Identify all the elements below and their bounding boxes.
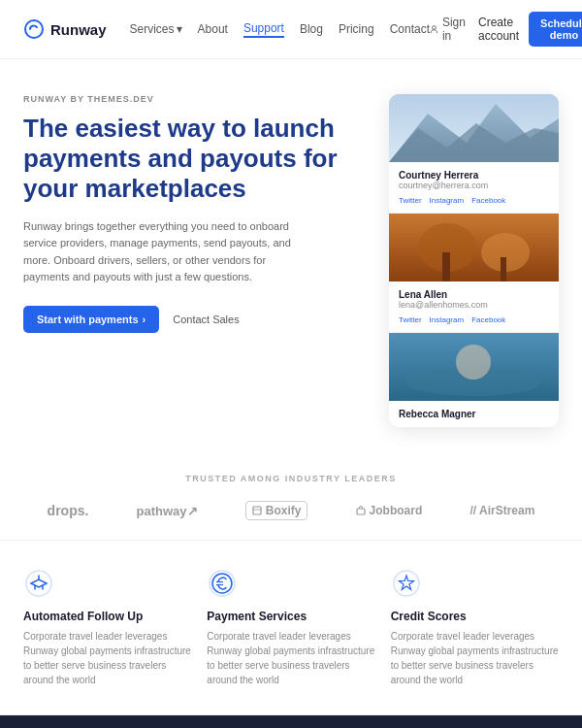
nav-link-support[interactable]: Support <box>243 21 284 38</box>
feature-3-title: Credit Scores <box>391 610 559 623</box>
hero-description: Runway brings together everything you ne… <box>23 218 295 286</box>
profile-2-socials: Twitter Instagram Facebook <box>399 315 549 324</box>
navigation: Runway Services ▾ About Support Blog Pri… <box>0 0 582 59</box>
sign-in-link[interactable]: Sign in <box>430 16 469 43</box>
contact-sales-link[interactable]: Contact Sales <box>173 314 239 325</box>
logo-jobboard: Jobboard <box>356 504 423 517</box>
svg-rect-9 <box>501 257 506 281</box>
svg-point-1 <box>433 26 436 30</box>
svg-point-12 <box>456 345 491 380</box>
star-icon <box>391 568 422 599</box>
autumn-illustration <box>389 214 559 281</box>
trusted-section: TRUSTED AMONG INDUSTRY LEADERS drops. pa… <box>0 447 582 540</box>
profile-2-email: lena@allenhomes.com <box>399 300 549 310</box>
nav-link-contact[interactable]: Contact <box>390 22 430 36</box>
profile-2-image <box>389 214 559 281</box>
schedule-demo-button[interactable]: Schedule demo <box>529 12 582 47</box>
logo-text: Runway <box>50 21 107 38</box>
svg-point-21 <box>212 574 232 593</box>
user-icon <box>430 23 438 35</box>
features-section: Automated Follow Up Corporate travel lea… <box>0 540 582 715</box>
logo-boxify: Boxify <box>245 501 308 520</box>
create-account-link[interactable]: Create account <box>478 16 519 43</box>
facebook-link-1[interactable]: Facebook <box>471 196 505 205</box>
chevron-down-icon: ▾ <box>177 22 182 36</box>
svg-point-20 <box>210 571 235 596</box>
feature-1-desc: Corporate travel leader leverages Runway… <box>23 629 191 687</box>
logo-pathway: pathway↗ <box>137 504 198 518</box>
feature-1-title: Automated Follow Up <box>23 610 191 623</box>
svg-rect-15 <box>357 509 365 514</box>
profile-cards: Courtney Herrera courtney@herrera.com Tw… <box>389 94 559 427</box>
profile-3-image <box>389 333 559 401</box>
box-icon <box>252 506 262 515</box>
hero-title: The easiest way to launch payments and p… <box>23 114 370 205</box>
hero-section: RUNWAY BY THEMES.DEV The easiest way to … <box>0 59 582 447</box>
nav-link-services[interactable]: Services ▾ <box>130 22 182 36</box>
instagram-link-1[interactable]: Instagram <box>430 196 465 205</box>
hero-eyebrow: RUNWAY BY THEMES.DEV <box>23 94 370 104</box>
svg-rect-8 <box>442 252 450 281</box>
profile-1-socials: Twitter Instagram Facebook <box>399 196 549 205</box>
arrow-icon: › <box>143 314 146 325</box>
twitter-link-1[interactable]: Twitter <box>399 196 422 205</box>
hero-content: RUNWAY BY THEMES.DEV The easiest way to … <box>23 94 370 333</box>
ocean-illustration <box>389 333 559 401</box>
svg-point-0 <box>25 20 43 38</box>
profile-3-name: Rebecca Magner <box>399 409 549 419</box>
logo: Runway <box>23 18 107 40</box>
profile-1-email: courtney@herrera.com <box>399 181 549 190</box>
nav-link-pricing[interactable]: Pricing <box>339 22 374 36</box>
briefcase-icon <box>356 506 366 515</box>
trusted-label: TRUSTED AMONG INDUSTRY LEADERS <box>23 474 559 483</box>
hero-ctas: Start with payments › Contact Sales <box>23 306 370 333</box>
logo-icon <box>23 18 45 40</box>
feature-2-title: Payment Services <box>207 610 374 623</box>
svg-rect-13 <box>253 507 261 514</box>
instagram-link-2[interactable]: Instagram <box>430 315 465 324</box>
mountains-illustration <box>389 94 559 162</box>
profile-2-info: Lena Allen lena@allenhomes.com Twitter I… <box>389 281 559 332</box>
nav-links: Services ▾ About Support Blog Pricing Co… <box>130 21 430 38</box>
nav-actions: Sign in Create account Schedule demo <box>430 12 582 47</box>
twitter-link-2[interactable]: Twitter <box>399 315 422 324</box>
nav-link-about[interactable]: About <box>198 22 228 36</box>
bottom-section: A complete payments platform for ecommer… <box>0 715 582 728</box>
feature-automated-follow-up: Automated Follow Up Corporate travel lea… <box>23 568 191 687</box>
hero-profiles: Courtney Herrera courtney@herrera.com Tw… <box>389 94 559 427</box>
profile-2-name: Lena Allen <box>399 289 549 300</box>
profile-1-info: Courtney Herrera courtney@herrera.com Tw… <box>389 162 559 213</box>
trusted-logos: drops. pathway↗ Boxify Jobboard // AirSt… <box>23 501 559 520</box>
feature-payment-services: Payment Services Corporate travel leader… <box>207 568 374 687</box>
feature-3-desc: Corporate travel leader leverages Runway… <box>391 629 559 687</box>
nav-link-blog[interactable]: Blog <box>300 22 323 36</box>
start-payments-button[interactable]: Start with payments › <box>23 306 159 333</box>
feature-credit-scores: Credit Scores Corporate travel leader le… <box>391 568 559 687</box>
profile-1-name: Courtney Herrera <box>399 170 549 181</box>
facebook-link-2[interactable]: Facebook <box>471 315 505 324</box>
graduation-icon <box>23 568 54 599</box>
profile-3-info: Rebecca Magner <box>389 401 559 427</box>
feature-2-desc: Corporate travel leader leverages Runway… <box>207 629 374 687</box>
logo-drops: drops. <box>48 503 89 518</box>
profile-1-image <box>389 94 559 162</box>
euro-icon <box>207 568 238 599</box>
logo-airstream: // AirStream <box>469 504 534 517</box>
